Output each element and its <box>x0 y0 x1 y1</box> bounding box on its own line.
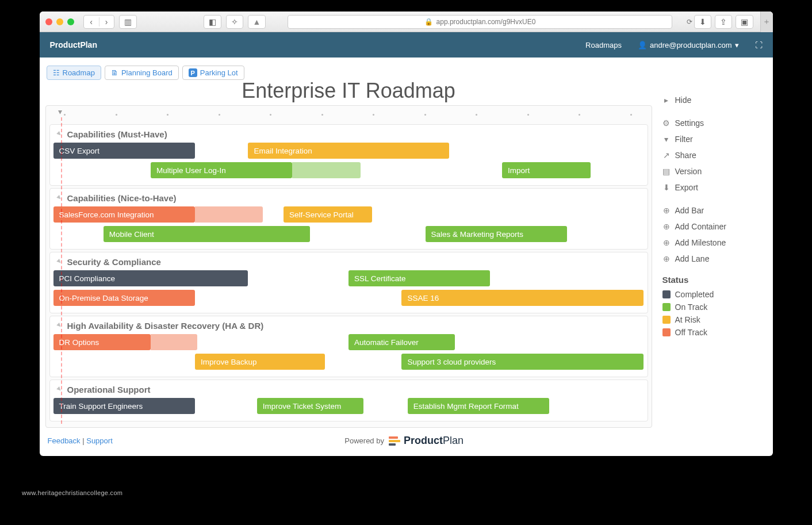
lane-row: Improve BackupSupport 3 cloud providers <box>53 354 644 371</box>
legend-item: At Risk <box>661 313 763 326</box>
roadmap-bar[interactable]: Multiple User Log-In <box>151 162 292 178</box>
roadmap-bar[interactable]: SalesForce.com Integration <box>53 206 195 223</box>
watermark: www.heritagechristiancollege.com <box>22 489 122 496</box>
user-icon: 👤 <box>638 41 647 49</box>
toolbar-icon-1[interactable]: ◧ <box>204 15 221 29</box>
legend-swatch <box>662 316 671 324</box>
share-link[interactable]: ↗Share <box>661 147 763 163</box>
sidebar-toggle-icon[interactable]: ▥ <box>119 15 137 29</box>
roadmap-bar[interactable]: Import <box>502 162 591 178</box>
lane-title[interactable]: Capabilities (Nice-to-Have) <box>53 192 644 206</box>
logo-text-a: Product <box>404 435 443 446</box>
roadmap-bar[interactable]: Sales & Marketing Reports <box>426 226 567 242</box>
roadmap-bar[interactable]: Email Integration <box>248 143 449 159</box>
app-brand[interactable]: ProductPlan <box>50 40 97 49</box>
lane-title[interactable]: High Availability & Disaster Recovery (H… <box>53 320 644 334</box>
roadmap-icon: ☷ <box>53 68 60 77</box>
user-email: andre@productplan.com <box>650 41 732 49</box>
settings-label: Settings <box>675 118 704 128</box>
lock-icon: 🔒 <box>424 18 433 26</box>
roadmap-bar[interactable]: Automatic Failover <box>348 334 455 350</box>
productplan-logo[interactable]: ProductPlan <box>389 435 464 447</box>
export-label: Export <box>675 183 698 192</box>
nav-back-forward[interactable]: ‹› <box>83 15 114 29</box>
maximize-window-icon[interactable] <box>67 18 74 25</box>
parking-icon: P <box>189 68 197 77</box>
tab-roadmap[interactable]: ☷Roadmap <box>47 66 101 80</box>
legend-label: At Risk <box>675 315 700 324</box>
settings-link[interactable]: ⚙Settings <box>661 115 763 131</box>
tab-parking-lot[interactable]: PParking Lot <box>182 66 244 80</box>
address-bar[interactable]: 🔒 app.productplan.com/g9HvxUE0 ⟳ <box>288 15 672 29</box>
roadmap-bar[interactable]: SSAE 16 <box>401 290 644 306</box>
plus-icon: ⊕ <box>662 238 671 247</box>
filter-link[interactable]: ▾Filter <box>661 131 763 147</box>
user-menu[interactable]: 👤 andre@productplan.com ▾ <box>638 41 739 49</box>
export-link[interactable]: ⬇Export <box>661 179 763 196</box>
lane: Capabilities (Must-Have)CSV ExportEmail … <box>49 124 648 186</box>
share-arrow-icon: ↗ <box>662 151 671 160</box>
right-sidebar: ▸Hide ⚙Settings ▾Filter ↗Share ▤Version … <box>658 63 767 428</box>
warning-icon[interactable]: ▲ <box>248 15 266 29</box>
add-container[interactable]: ⊕Add Container <box>661 219 763 235</box>
minimize-window-icon[interactable] <box>56 18 63 25</box>
tabs-icon[interactable]: ▣ <box>736 15 753 29</box>
feedback-link[interactable]: Feedback <box>48 436 81 445</box>
lane-row: CSV ExportEmail Integration <box>53 143 644 160</box>
lane-row: SalesForce.com IntegrationSelf-Service P… <box>53 206 644 224</box>
support-link[interactable]: Support <box>86 436 113 445</box>
url-text: app.productplan.com/g9HvxUE0 <box>436 18 536 26</box>
back-icon[interactable]: ‹ <box>84 17 99 26</box>
roadmap-bar[interactable]: CSV Export <box>53 143 195 159</box>
new-tab-button[interactable]: ＋ <box>760 12 773 32</box>
roadmap-bar[interactable]: SSL Certificate <box>348 270 490 286</box>
tab-planning-board[interactable]: 🗎Planning Board <box>105 66 179 80</box>
tab-parking-label: Parking Lot <box>200 68 238 77</box>
add-milestone-label: Add Milestone <box>675 238 726 247</box>
legend-swatch <box>662 328 671 336</box>
lane-row: DR OptionsAutomatic Failover <box>53 334 644 351</box>
nav-roadmaps[interactable]: Roadmaps <box>585 41 622 49</box>
lane-title[interactable]: Capabilities (Must-Have) <box>53 128 644 143</box>
roadmap-bar[interactable]: Improve Ticket System <box>257 398 363 414</box>
lane-title[interactable]: Operational Support <box>53 384 644 398</box>
roadmap-bar[interactable]: Establish Mgmt Report Format <box>408 398 549 414</box>
legend-label: Completed <box>675 290 714 299</box>
downloads-icon[interactable]: ⬇ <box>694 15 711 29</box>
toolbar-icon-2[interactable]: ✧ <box>226 15 243 29</box>
roadmap-bar[interactable]: DR Options <box>53 334 151 350</box>
version-label: Version <box>675 167 702 176</box>
roadmap-bar[interactable]: Self-Service Portal <box>284 206 372 223</box>
legend-label: Off Track <box>675 328 708 337</box>
roadmap-bar[interactable]: PCI Compliance <box>53 270 248 286</box>
roadmap-bar[interactable]: Improve Backup <box>195 354 325 370</box>
add-bar[interactable]: ⊕Add Bar <box>661 202 763 219</box>
window-controls[interactable] <box>45 18 74 25</box>
timeline-ticks <box>46 106 652 122</box>
hide-sidebar[interactable]: ▸Hide <box>661 92 763 108</box>
lane: Capabilities (Nice-to-Have)SalesForce.co… <box>49 188 648 250</box>
legend-item: Off Track <box>661 326 763 339</box>
roadmap-bar[interactable]: Train Support Engineers <box>53 398 195 414</box>
forward-icon[interactable]: › <box>99 17 114 26</box>
share-icon[interactable]: ⇪ <box>715 15 732 29</box>
fullscreen-icon[interactable]: ⛶ <box>755 41 763 49</box>
lane-row: On-Premise Data StorageSSAE 16 <box>53 290 644 307</box>
caret-down-icon: ▾ <box>735 41 739 49</box>
lane-row: PCI ComplianceSSL Certificate <box>53 270 644 288</box>
close-window-icon[interactable] <box>45 18 52 25</box>
powered-label: Powered by <box>344 436 384 445</box>
add-milestone[interactable]: ⊕Add Milestone <box>661 235 763 251</box>
filter-icon: ▾ <box>662 135 671 144</box>
lane: Operational SupportTrain Support Enginee… <box>49 380 648 421</box>
tab-planning-label: Planning Board <box>121 68 173 77</box>
reload-icon[interactable]: ⟳ <box>687 18 692 26</box>
roadmap-bar[interactable]: Support 3 cloud providers <box>401 354 644 370</box>
version-link[interactable]: ▤Version <box>661 163 763 179</box>
share-label: Share <box>675 151 696 160</box>
roadmap-bar[interactable]: On-Premise Data Storage <box>53 290 195 306</box>
roadmap-bar[interactable]: Mobile Client <box>104 226 310 242</box>
lane-title[interactable]: Security & Compliance <box>53 256 644 270</box>
add-lane[interactable]: ⊕Add Lane <box>661 251 763 267</box>
lane: Security & CompliancePCI ComplianceSSL C… <box>49 252 648 313</box>
